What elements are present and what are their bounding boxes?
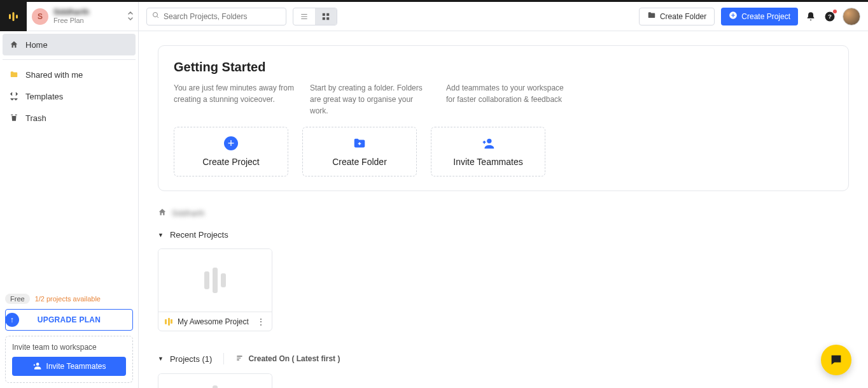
project-thumbnail [158,249,272,312]
sort-label: Created On ( Latest first ) [248,354,340,363]
svg-rect-0 [9,14,11,19]
getting-started-card: Getting Started You are just few minutes… [158,45,849,191]
sidebar-item-label: Home [25,40,48,50]
plan-badge: Free [5,294,30,304]
plan-count: 1/2 projects available [35,295,101,303]
project-card[interactable]: My Awesome Project ⋮ [158,248,272,331]
gs-action-label: Create Folder [332,157,387,167]
app-logo[interactable] [0,2,27,31]
folder-plus-icon [647,11,656,22]
sidebar-item-home[interactable]: Home [3,34,136,55]
search-input[interactable] [146,8,286,25]
person-add-icon [32,361,41,372]
sidebar-item-label: Shared with me [25,70,83,80]
invite-box-title: Invite team to workspace [12,343,126,352]
getting-started-title: Getting Started [174,60,833,75]
sidebar-item-label: Trash [25,113,46,123]
section-title: Recent Projects [170,230,228,240]
section-title: Projects (1) [170,354,212,364]
sidebar-item-label: Templates [25,92,63,101]
person-add-icon [481,136,495,150]
project-logo-icon [165,318,172,326]
templates-icon [9,91,19,101]
workspace-avatar: S [32,8,48,25]
sidebar: S Siddharth Free Plan Home Shared with m… [0,2,139,388]
project-card[interactable] [158,373,272,388]
home-icon [158,208,167,219]
svg-rect-7 [323,17,325,20]
home-icon [9,40,19,50]
gs-description-3: Add teammates to your workspace for fast… [446,82,567,117]
user-avatar[interactable] [843,8,860,25]
breadcrumb-name: Siddharth [172,209,204,218]
create-project-button[interactable]: Create Project [721,8,798,25]
sidebar-item-trash[interactable]: Trash [3,107,136,129]
chat-fab[interactable] [821,345,851,375]
sidebar-item-shared[interactable]: Shared with me [3,64,136,85]
svg-rect-1 [13,12,15,21]
svg-point-4 [153,13,158,17]
svg-text:?: ? [828,13,832,20]
gs-create-project[interactable]: + Create Project [174,127,288,176]
create-folder-button[interactable]: Create Folder [639,8,715,25]
notifications-button[interactable] [804,10,817,23]
gs-action-label: Create Project [202,157,259,167]
list-view-button[interactable] [293,8,315,25]
workspace-switcher[interactable]: S Siddharth Free Plan [27,2,138,31]
svg-point-3 [36,363,39,366]
plus-icon: + [224,136,238,150]
main-content: Getting Started You are just few minutes… [139,31,868,388]
trash-icon [9,113,19,123]
invite-button-label: Invite Teammates [46,362,106,371]
breadcrumb[interactable]: Siddharth [158,208,849,219]
project-more-button[interactable]: ⋮ [256,317,265,327]
gs-description-2: Start by creating a folder. Folders are … [310,82,431,117]
notification-dot-icon [833,10,837,13]
sort-icon [235,354,244,364]
svg-rect-5 [323,13,325,15]
search-icon [152,11,160,21]
help-button[interactable]: ? [823,10,836,23]
chevron-down-icon[interactable]: ▼ [158,356,164,362]
gs-description-1: You are just few minutes away from creat… [174,82,295,117]
sort-dropdown[interactable]: Created On ( Latest first ) [235,354,340,364]
chevron-down-icon: ▼ [158,232,164,238]
create-folder-label: Create Folder [660,12,706,21]
gs-invite-teammates[interactable]: Invite Teammates [431,127,545,176]
sidebar-item-templates[interactable]: Templates [3,85,136,107]
project-thumbnail [158,374,272,388]
chevron-up-down-icon [128,11,133,22]
svg-rect-6 [326,13,329,15]
view-toggle [293,8,337,25]
upgrade-plan-button[interactable]: ↑ UPGRADE PLAN [5,309,133,331]
svg-point-12 [487,139,491,143]
plus-circle-icon [729,11,738,22]
grid-view-button[interactable] [315,8,337,25]
workspace-name: Siddharth [53,8,89,17]
svg-rect-2 [16,15,18,18]
folder-shared-icon [9,69,19,80]
upgrade-icon: ↑ [5,313,19,327]
folder-add-icon [353,136,367,150]
header: Create Folder Create Project ? [139,2,868,31]
upgrade-label: UPGRADE PLAN [38,315,101,324]
projects-header: ▼ Projects (1) Created On ( Latest first… [158,353,849,364]
create-project-label: Create Project [741,12,790,21]
workspace-plan: Free Plan [53,17,89,25]
invite-teammates-button[interactable]: Invite Teammates [12,357,126,376]
gs-create-folder[interactable]: Create Folder [302,127,417,176]
svg-rect-8 [326,17,329,20]
gs-action-label: Invite Teammates [453,157,522,167]
project-name: My Awesome Project [178,317,249,326]
recent-projects-header[interactable]: ▼ Recent Projects [158,230,849,240]
